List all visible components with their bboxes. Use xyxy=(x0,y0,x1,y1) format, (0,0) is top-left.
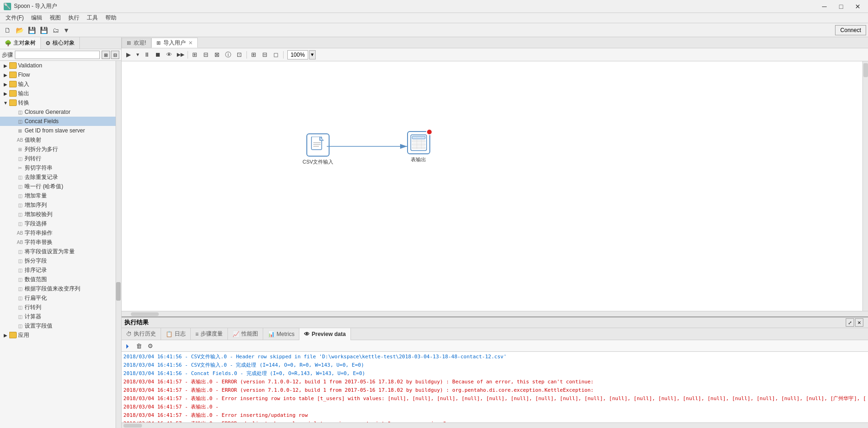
tree-item-unique-row[interactable]: ◫ 唯一行 (哈希值) xyxy=(0,182,121,191)
preview-btn[interactable]: 👁 xyxy=(164,50,175,60)
log-play-btn[interactable]: ⏵ xyxy=(123,341,133,350)
tab-welcome[interactable]: ⊞ 欢迎! xyxy=(122,38,151,48)
expand-icon xyxy=(9,173,17,181)
tab-import-user[interactable]: ⊞ 导入用户 ✕ xyxy=(151,38,198,48)
tree-item-validation[interactable]: ▶ Validation xyxy=(0,61,121,70)
toolbar-explore[interactable]: 🗂 xyxy=(50,25,61,36)
menu-file[interactable]: 文件(F) xyxy=(2,13,27,23)
right-panel: ⊞ 欢迎! ⊞ 导入用户 ✕ ▶ ▼ ⏸ ⏹ 👁 ▶▶ ⊞ ⊟ ⊠ ⓘ ⊡ ⊞ xyxy=(122,37,868,428)
toolbar-saveas[interactable]: 💾 xyxy=(38,25,49,36)
tree-item-input[interactable]: ▶ 输入 xyxy=(0,79,121,89)
toolbar-open[interactable]: 📂 xyxy=(14,25,25,36)
tree-item-row-to-col[interactable]: ◫ 行转列 xyxy=(0,303,121,312)
pause-btn[interactable]: ⏸ xyxy=(142,50,152,60)
canvas-hscroll[interactable] xyxy=(122,311,868,316)
search-input[interactable] xyxy=(15,51,100,59)
editor-toolbar: ▶ ▼ ⏸ ⏹ 👁 ▶▶ ⊞ ⊟ ⊠ ⓘ ⊡ ⊞ ⊟ ◻ ▼ xyxy=(122,48,868,61)
search-expand-btn[interactable]: ⊞ xyxy=(102,51,110,59)
tab-core-objects[interactable]: ⚙ 核心对象 xyxy=(41,37,80,49)
tree-item-closure-generator[interactable]: ◫ Closure Generator xyxy=(0,107,121,117)
tree-item-add-sequence[interactable]: ◫ 增加序列 xyxy=(0,200,121,210)
menu-view[interactable]: 视图 xyxy=(46,13,65,23)
tab-step-metrics[interactable]: ≡ 步骤度量 xyxy=(191,328,228,340)
tree-item-value-map[interactable]: AB 值映射 xyxy=(0,135,121,145)
log-hscroll-thumb[interactable] xyxy=(123,424,142,428)
expand-icon xyxy=(9,118,17,125)
scrollbar-thumb[interactable] xyxy=(116,282,121,301)
step-copy-btn[interactable]: ⊟ xyxy=(201,50,211,60)
tree-item-change-seq[interactable]: ◫ 根据字段值来改变序列 xyxy=(0,284,121,293)
align-btn[interactable]: ⊞ xyxy=(249,50,259,60)
tree-label: 列转行 xyxy=(25,155,41,163)
tree-item-concat-fields[interactable]: ◫ Concat Fields xyxy=(0,117,121,126)
tab-preview-data[interactable]: 👁 Preview data xyxy=(299,328,350,340)
tree-item-number-range[interactable]: ◫ 数值范围 xyxy=(0,275,121,284)
run-btn[interactable]: ▶ xyxy=(123,50,134,60)
canvas-vscroll-thumb[interactable] xyxy=(863,63,868,77)
tree-item-field-select[interactable]: ◫ 字段选择 xyxy=(0,219,121,228)
menu-edit[interactable]: 编辑 xyxy=(27,13,46,23)
tree-item-app[interactable]: ▶ 应用 xyxy=(0,330,121,340)
run-dropdown-btn[interactable]: ▼ xyxy=(135,50,141,60)
log-area[interactable]: 2018/03/04 16:41:56 - CSV文件输入.0 - Header… xyxy=(122,352,868,422)
tree-item-string-replace[interactable]: AB 字符串替换 xyxy=(0,237,121,247)
canvas-vscroll[interactable] xyxy=(862,61,868,311)
tree-item-split-field[interactable]: ◫ 拆分字段 xyxy=(0,256,121,265)
tree-item-split-rows[interactable]: ⊞ 列拆分为多行 xyxy=(0,145,121,154)
tree-item-flatten[interactable]: ◫ 行扁平化 xyxy=(0,293,121,303)
tree-item-get-id[interactable]: ⊞ Get ID from slave server xyxy=(0,126,121,135)
connect-button[interactable]: Connect xyxy=(835,25,866,35)
close-button[interactable]: ✕ xyxy=(851,2,864,11)
tree-item-set-field-value[interactable]: ◫ 设置字段值 xyxy=(0,321,121,330)
menu-tools[interactable]: 工具 xyxy=(83,13,102,23)
log-settings-btn[interactable]: ⚙ xyxy=(146,341,155,350)
search-collapse-btn[interactable]: ⊟ xyxy=(111,51,119,59)
bottom-expand-btn[interactable]: ⤢ xyxy=(846,318,854,327)
output-node[interactable]: 表输出 xyxy=(407,131,430,163)
zoom-dropdown-btn[interactable]: ▼ xyxy=(309,50,316,59)
stop-btn[interactable]: ⏹ xyxy=(153,50,163,60)
distribute-btn[interactable]: ⊟ xyxy=(260,50,270,60)
tree-label: 拆分字段 xyxy=(25,257,47,265)
tree-item-string-op[interactable]: AB 字符串操作 xyxy=(0,228,121,237)
tree-item-flow[interactable]: ▶ Flow xyxy=(0,70,121,79)
step-info-btn[interactable]: ⓘ xyxy=(223,50,233,60)
tree-item-sort-rows[interactable]: ◫ 排序记录 xyxy=(0,265,121,275)
tree-item-output[interactable]: ▶ 输出 xyxy=(0,89,121,98)
canvas-area[interactable]: CSV文件输入 xyxy=(122,61,868,311)
log-clear-btn[interactable]: 🗑 xyxy=(135,341,144,350)
canvas-hscroll-thumb[interactable] xyxy=(131,312,159,316)
tree-item-transform[interactable]: ▼ 转换 xyxy=(0,98,121,107)
zoom-input[interactable] xyxy=(287,50,308,59)
tree-item-col-to-row[interactable]: ◫ 列转行 xyxy=(0,154,121,163)
step-metrics-btn[interactable]: ⊞ xyxy=(190,50,200,60)
tab-main-tree[interactable]: 🌳 主对象树 xyxy=(0,37,41,49)
maximize-button[interactable]: □ xyxy=(835,2,848,11)
tab-close-btn[interactable]: ✕ xyxy=(188,40,193,46)
tree-item-add-checksum[interactable]: ◫ 增加校验列 xyxy=(0,210,121,219)
tree-item-clip-string[interactable]: ✂ 剪切字符串 xyxy=(0,163,121,172)
menu-run[interactable]: 执行 xyxy=(65,13,83,23)
bottom-close-btn[interactable]: ✕ xyxy=(855,318,863,327)
tree-item-calculator[interactable]: ◫ 计算器 xyxy=(0,312,121,321)
bottom-tabs: ⏱ 执行历史 📋 日志 ≡ 步骤度量 📈 性能图 xyxy=(122,328,868,340)
tree-item-set-field-const[interactable]: ◫ 将字段值设置为常量 xyxy=(0,247,121,256)
snap-btn[interactable]: ◻ xyxy=(271,50,281,60)
tab-log[interactable]: 📋 日志 xyxy=(161,328,191,340)
tab-perf-chart[interactable]: 📈 性能图 xyxy=(228,328,263,340)
tree-item-add-constant[interactable]: ◫ 增加常量 xyxy=(0,191,121,200)
toolbar-save[interactable]: 💾 xyxy=(26,25,37,36)
tab-exec-history[interactable]: ⏱ 执行历史 xyxy=(122,328,161,340)
log-hscroll[interactable] xyxy=(122,422,868,428)
tab-metrics[interactable]: 📊 Metrics xyxy=(263,328,300,340)
minimize-button[interactable]: ─ xyxy=(818,2,831,11)
csv-node[interactable]: CSV文件输入 xyxy=(303,133,334,165)
menu-help[interactable]: 帮助 xyxy=(102,13,120,23)
tree-item-dedup[interactable]: ◫ 去除重复记录 xyxy=(0,172,121,182)
toolbar-new[interactable]: 🗋 xyxy=(2,25,13,36)
left-scrollbar[interactable] xyxy=(116,61,121,428)
toolbar-dropdown[interactable]: ▼ xyxy=(62,25,71,36)
step-forward-btn[interactable]: ▶▶ xyxy=(175,50,186,60)
step-distribute-btn[interactable]: ⊠ xyxy=(212,50,222,60)
step-layout-btn[interactable]: ⊡ xyxy=(234,50,245,60)
